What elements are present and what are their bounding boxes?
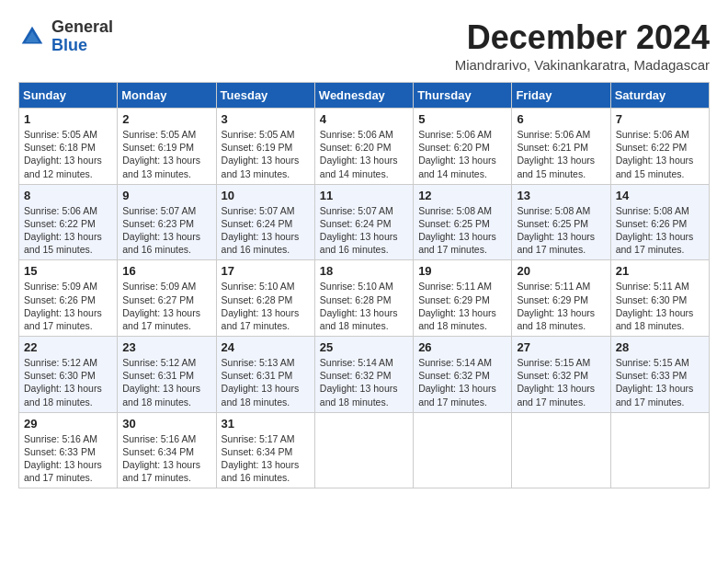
calendar-cell: 31Sunrise: 5:17 AM Sunset: 6:34 PM Dayli… bbox=[216, 412, 314, 488]
calendar-cell: 25Sunrise: 5:14 AM Sunset: 6:32 PM Dayli… bbox=[314, 337, 413, 413]
calendar-cell: 12Sunrise: 5:08 AM Sunset: 6:25 PM Dayli… bbox=[414, 184, 512, 260]
day-of-week-header: Tuesday bbox=[216, 83, 314, 109]
calendar-cell bbox=[610, 412, 709, 488]
calendar-cell: 3Sunrise: 5:05 AM Sunset: 6:19 PM Daylig… bbox=[216, 109, 314, 185]
calendar-cell: 17Sunrise: 5:10 AM Sunset: 6:28 PM Dayli… bbox=[216, 260, 314, 337]
day-info: Sunrise: 5:10 AM Sunset: 6:28 PM Dayligh… bbox=[222, 280, 310, 332]
calendar-cell: 11Sunrise: 5:07 AM Sunset: 6:24 PM Dayli… bbox=[314, 184, 413, 260]
calendar-cell: 30Sunrise: 5:16 AM Sunset: 6:34 PM Dayli… bbox=[118, 412, 216, 488]
calendar-cell: 21Sunrise: 5:11 AM Sunset: 6:30 PM Dayli… bbox=[610, 260, 709, 337]
calendar-cell: 4Sunrise: 5:06 AM Sunset: 6:20 PM Daylig… bbox=[314, 109, 413, 185]
day-info: Sunrise: 5:09 AM Sunset: 6:26 PM Dayligh… bbox=[24, 280, 112, 332]
day-info: Sunrise: 5:07 AM Sunset: 6:24 PM Dayligh… bbox=[222, 204, 310, 257]
calendar-cell: 8Sunrise: 5:06 AM Sunset: 6:22 PM Daylig… bbox=[19, 184, 118, 260]
logo-general-text: General bbox=[51, 18, 113, 37]
logo: General Blue bbox=[18, 18, 113, 55]
page-header: General Blue December 2024 Miandrarivo, … bbox=[18, 18, 710, 73]
calendar-cell bbox=[512, 412, 610, 488]
calendar-cell bbox=[314, 412, 413, 488]
day-number: 23 bbox=[122, 340, 210, 354]
day-number: 4 bbox=[320, 112, 408, 126]
day-number: 27 bbox=[517, 340, 605, 354]
day-number: 1 bbox=[24, 112, 112, 126]
calendar-cell: 20Sunrise: 5:11 AM Sunset: 6:29 PM Dayli… bbox=[512, 260, 610, 337]
day-info: Sunrise: 5:07 AM Sunset: 6:24 PM Dayligh… bbox=[320, 204, 408, 257]
day-info: Sunrise: 5:11 AM Sunset: 6:29 PM Dayligh… bbox=[418, 280, 506, 332]
day-number: 14 bbox=[616, 189, 704, 202]
day-number: 3 bbox=[222, 112, 310, 126]
day-number: 24 bbox=[222, 340, 310, 354]
calendar-cell: 29Sunrise: 5:16 AM Sunset: 6:33 PM Dayli… bbox=[19, 412, 118, 488]
day-number: 16 bbox=[122, 264, 210, 278]
calendar-cell: 24Sunrise: 5:13 AM Sunset: 6:31 PM Dayli… bbox=[216, 337, 314, 413]
calendar-cell: 27Sunrise: 5:15 AM Sunset: 6:32 PM Dayli… bbox=[512, 337, 610, 413]
day-number: 10 bbox=[222, 189, 310, 202]
calendar-cell: 10Sunrise: 5:07 AM Sunset: 6:24 PM Dayli… bbox=[216, 184, 314, 260]
day-info: Sunrise: 5:07 AM Sunset: 6:23 PM Dayligh… bbox=[122, 204, 210, 257]
location-subtitle: Miandrarivo, Vakinankaratra, Madagascar bbox=[455, 57, 710, 73]
day-info: Sunrise: 5:12 AM Sunset: 6:30 PM Dayligh… bbox=[24, 356, 112, 408]
day-number: 21 bbox=[616, 264, 704, 278]
logo-icon bbox=[18, 23, 46, 51]
day-number: 12 bbox=[418, 189, 506, 202]
calendar-week-row: 8Sunrise: 5:06 AM Sunset: 6:22 PM Daylig… bbox=[19, 184, 710, 260]
day-number: 20 bbox=[517, 264, 605, 278]
calendar-cell: 23Sunrise: 5:12 AM Sunset: 6:31 PM Dayli… bbox=[118, 337, 216, 413]
day-number: 11 bbox=[320, 189, 408, 202]
day-info: Sunrise: 5:16 AM Sunset: 6:33 PM Dayligh… bbox=[24, 432, 112, 485]
day-info: Sunrise: 5:14 AM Sunset: 6:32 PM Dayligh… bbox=[320, 356, 408, 408]
day-info: Sunrise: 5:11 AM Sunset: 6:29 PM Dayligh… bbox=[517, 280, 605, 332]
day-of-week-header: Friday bbox=[512, 83, 610, 109]
calendar-cell: 6Sunrise: 5:06 AM Sunset: 6:21 PM Daylig… bbox=[512, 109, 610, 185]
logo-blue-text: Blue bbox=[51, 37, 113, 55]
day-info: Sunrise: 5:06 AM Sunset: 6:21 PM Dayligh… bbox=[517, 128, 605, 180]
day-number: 31 bbox=[222, 417, 310, 431]
day-info: Sunrise: 5:05 AM Sunset: 6:19 PM Dayligh… bbox=[222, 128, 310, 180]
day-number: 6 bbox=[517, 112, 605, 126]
day-info: Sunrise: 5:15 AM Sunset: 6:33 PM Dayligh… bbox=[616, 356, 704, 408]
calendar-cell: 18Sunrise: 5:10 AM Sunset: 6:28 PM Dayli… bbox=[314, 260, 413, 337]
day-info: Sunrise: 5:06 AM Sunset: 6:22 PM Dayligh… bbox=[24, 204, 112, 257]
calendar-cell: 5Sunrise: 5:06 AM Sunset: 6:20 PM Daylig… bbox=[414, 109, 512, 185]
day-number: 19 bbox=[418, 264, 506, 278]
calendar-cell: 14Sunrise: 5:08 AM Sunset: 6:26 PM Dayli… bbox=[610, 184, 709, 260]
day-info: Sunrise: 5:08 AM Sunset: 6:25 PM Dayligh… bbox=[517, 204, 605, 257]
day-number: 13 bbox=[517, 189, 605, 202]
day-info: Sunrise: 5:05 AM Sunset: 6:18 PM Dayligh… bbox=[24, 128, 112, 180]
calendar-week-row: 15Sunrise: 5:09 AM Sunset: 6:26 PM Dayli… bbox=[19, 260, 710, 337]
calendar-cell: 16Sunrise: 5:09 AM Sunset: 6:27 PM Dayli… bbox=[118, 260, 216, 337]
day-info: Sunrise: 5:12 AM Sunset: 6:31 PM Dayligh… bbox=[122, 356, 210, 408]
day-info: Sunrise: 5:06 AM Sunset: 6:20 PM Dayligh… bbox=[418, 128, 506, 180]
day-info: Sunrise: 5:16 AM Sunset: 6:34 PM Dayligh… bbox=[122, 432, 210, 485]
calendar-cell bbox=[414, 412, 512, 488]
day-number: 28 bbox=[616, 340, 704, 354]
day-number: 29 bbox=[24, 417, 112, 431]
day-of-week-header: Saturday bbox=[610, 83, 709, 109]
calendar-week-row: 29Sunrise: 5:16 AM Sunset: 6:33 PM Dayli… bbox=[19, 412, 710, 488]
calendar-cell: 1Sunrise: 5:05 AM Sunset: 6:18 PM Daylig… bbox=[19, 109, 118, 185]
day-info: Sunrise: 5:08 AM Sunset: 6:25 PM Dayligh… bbox=[418, 204, 506, 257]
calendar-week-row: 22Sunrise: 5:12 AM Sunset: 6:30 PM Dayli… bbox=[19, 337, 710, 413]
day-info: Sunrise: 5:08 AM Sunset: 6:26 PM Dayligh… bbox=[616, 204, 704, 257]
day-number: 26 bbox=[418, 340, 506, 354]
day-of-week-header: Thursday bbox=[414, 83, 512, 109]
day-number: 17 bbox=[222, 264, 310, 278]
day-of-week-header: Wednesday bbox=[314, 83, 413, 109]
day-info: Sunrise: 5:14 AM Sunset: 6:32 PM Dayligh… bbox=[418, 356, 506, 408]
day-number: 18 bbox=[320, 264, 408, 278]
calendar-cell: 7Sunrise: 5:06 AM Sunset: 6:22 PM Daylig… bbox=[610, 109, 709, 185]
day-info: Sunrise: 5:13 AM Sunset: 6:31 PM Dayligh… bbox=[222, 356, 310, 408]
day-info: Sunrise: 5:10 AM Sunset: 6:28 PM Dayligh… bbox=[320, 280, 408, 332]
day-number: 25 bbox=[320, 340, 408, 354]
day-number: 22 bbox=[24, 340, 112, 354]
calendar-cell: 13Sunrise: 5:08 AM Sunset: 6:25 PM Dayli… bbox=[512, 184, 610, 260]
day-info: Sunrise: 5:06 AM Sunset: 6:20 PM Dayligh… bbox=[320, 128, 408, 180]
month-title: December 2024 bbox=[455, 18, 710, 57]
day-of-week-header: Monday bbox=[118, 83, 216, 109]
day-info: Sunrise: 5:06 AM Sunset: 6:22 PM Dayligh… bbox=[616, 128, 704, 180]
day-info: Sunrise: 5:17 AM Sunset: 6:34 PM Dayligh… bbox=[222, 432, 310, 485]
day-number: 15 bbox=[24, 264, 112, 278]
day-info: Sunrise: 5:09 AM Sunset: 6:27 PM Dayligh… bbox=[122, 280, 210, 332]
day-info: Sunrise: 5:05 AM Sunset: 6:19 PM Dayligh… bbox=[122, 128, 210, 180]
calendar-cell: 28Sunrise: 5:15 AM Sunset: 6:33 PM Dayli… bbox=[610, 337, 709, 413]
